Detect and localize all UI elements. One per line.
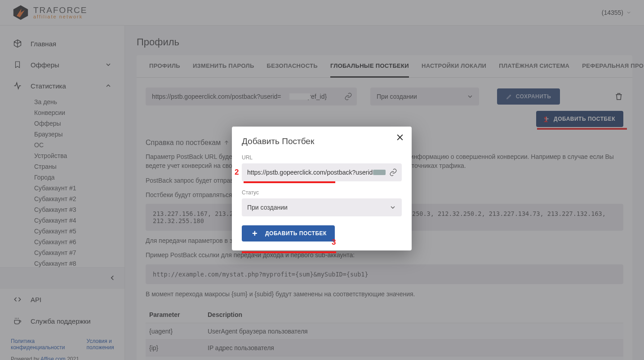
- annotation-2: 2: [235, 168, 239, 177]
- plus-icon: +: [250, 228, 260, 238]
- close-button[interactable]: [395, 133, 404, 142]
- modal-title: Добавить Постбек: [242, 136, 402, 146]
- url-label: URL: [242, 154, 402, 161]
- annotation-2-underline: [244, 181, 335, 183]
- status-label: Статус: [242, 189, 402, 196]
- modal-add-label: ДОБАВИТЬ ПОСТБЕК: [265, 230, 327, 237]
- redacted-block: [373, 170, 386, 175]
- link-icon: [389, 168, 397, 176]
- annotation-3-underline: [242, 251, 336, 253]
- modal-add-button[interactable]: + ДОБАВИТЬ ПОСТБЕК: [242, 225, 335, 241]
- modal-status-select[interactable]: При создании: [242, 198, 402, 216]
- annotation-3: 3: [332, 238, 336, 247]
- add-postback-modal: Добавить Постбек URL 2 Статус При создан…: [232, 127, 412, 250]
- close-icon: [395, 133, 404, 142]
